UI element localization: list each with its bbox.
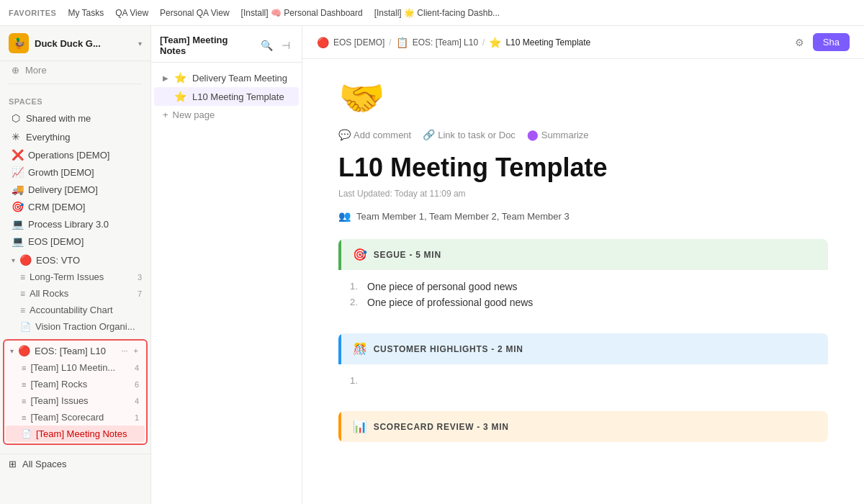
list-icon-t4: ≡ (22, 413, 26, 422)
team-rocks-item[interactable]: ≡ [Team] Rocks 6 (6, 376, 145, 392)
shared-icon: ⬡ (12, 112, 20, 124)
breadcrumb-l10-template: L10 Meeting Template (505, 37, 590, 48)
eos-vto-group: ▾ 🔴 EOS: VTO ··· + ≡ Long-Term Issues 3 … (0, 251, 150, 335)
long-term-issues-badge: 3 (138, 273, 142, 282)
long-term-issues-label: Long-Term Issues (30, 271, 133, 282)
sidebar-item-crm[interactable]: 🎯 CRM [DEMO] (3, 198, 148, 215)
sidebar-item-shared-label: Shared with me (26, 113, 139, 124)
team-l10-meeting-item[interactable]: ≡ [Team] L10 Meetin... 4 (6, 359, 145, 376)
team-scorecard-badge: 1 (135, 413, 139, 422)
add-comment-label: Add comment (354, 130, 411, 140)
fav-personal-qa-view[interactable]: Personal QA View (160, 8, 230, 18)
workspace-name: Duck Duck G... (35, 38, 132, 49)
fav-qa-view[interactable]: QA View (115, 8, 148, 18)
process-library-icon: 💻 (12, 218, 24, 230)
team-more-button[interactable]: ··· (119, 346, 130, 356)
team-issues-label: [Team] Issues (30, 395, 130, 406)
list-icon-t2: ≡ (22, 380, 26, 389)
long-term-issues-item[interactable]: ≡ Long-Term Issues 3 (9, 269, 148, 285)
delivery-team-meeting-label: Delivery Team Meeting (192, 73, 290, 84)
sidebar-item-operations[interactable]: ❌ Operations [DEMO] (3, 146, 148, 163)
breadcrumb-sep-2: / (482, 37, 485, 48)
process-library-label: Process Library 3.0 (28, 219, 142, 230)
team-issues-item[interactable]: ≡ [Team] Issues 4 (6, 392, 145, 409)
main-content: 🔴 EOS [DEMO] / 📋 EOS: [Team] L10 / ⭐ L10… (302, 26, 864, 504)
team-add-button[interactable]: + (132, 346, 140, 356)
team-issues-badge: 4 (135, 397, 139, 405)
sidebar-item-growth[interactable]: 📈 Growth [DEMO] (3, 163, 148, 181)
all-spaces-item[interactable]: ⊞ All Spaces (0, 454, 150, 474)
workspace-emoji: 🦆 (13, 37, 25, 49)
segue-item-2-text: One piece of professional good news (367, 297, 816, 308)
vto-more-button[interactable]: ··· (120, 255, 131, 265)
segue-title: SEGUE - 5 MIN (374, 250, 441, 260)
sidebar-item-process-library[interactable]: 💻 Process Library 3.0 (3, 215, 148, 233)
delivery-label: Delivery [DEMO] (28, 184, 142, 195)
new-page-button[interactable]: + New page (154, 106, 299, 124)
page-emoji: 🤝 (338, 76, 828, 120)
fav-my-tasks[interactable]: My Tasks (68, 8, 104, 18)
vto-children: ≡ Long-Term Issues 3 ≡ All Rocks 7 ≡ Acc… (0, 269, 150, 335)
eos-demo-breadcrumb-icon: 🔴 (317, 37, 329, 48)
all-rocks-item[interactable]: ≡ All Rocks 7 (9, 285, 148, 302)
sidebar: 🦆 Duck Duck G... ▾ ⊕ More Spaces ⬡ Share… (0, 26, 151, 504)
more-icon: ⊕ (12, 65, 19, 76)
eos-team-l10-group: ▾ 🔴 EOS: [Team] L10 ··· + ≡ [Team] L10 M… (3, 339, 148, 445)
segue-item-1-text: One piece of personal good news (367, 281, 816, 292)
vto-add-button[interactable]: + (133, 255, 142, 265)
share-button[interactable]: Sha (813, 33, 850, 51)
list-icon-2: ≡ (20, 289, 25, 299)
scorecard-review-header: 📊 SCORECARD REVIEW - 3 MIN (338, 411, 828, 442)
fav-client-dashboard[interactable]: [Install] 🌟 Client-facing Dashb... (374, 8, 500, 18)
page-members: 👥 Team Member 1, Team Member 2, Team Mem… (338, 210, 828, 222)
members-list: Team Member 1, Team Member 2, Team Membe… (356, 211, 570, 222)
operations-label: Operations [DEMO] (28, 150, 142, 161)
content-header-actions: ⚙ Sha (792, 33, 850, 51)
middle-panel: [Team] Meeting Notes 🔍 ⊣ ▶ ⭐ Delivery Te… (151, 26, 302, 504)
breadcrumb-eos-team-l10[interactable]: EOS: [Team] L10 (413, 37, 478, 48)
delivery-team-meeting-item[interactable]: ▶ ⭐ Delivery Team Meeting (154, 68, 299, 87)
delivery-chevron-icon: ▶ (163, 74, 168, 82)
customer-highlights-header: 🎊 CUSTOMER HIGHLIGHTS - 2 MIN (338, 333, 828, 364)
sidebar-more-item[interactable]: ⊕ More (3, 61, 148, 79)
accountability-chart-item[interactable]: ≡ Accountability Chart (9, 302, 148, 318)
link-task-action[interactable]: 🔗 Link to task or Doc (423, 129, 516, 140)
sidebar-item-shared[interactable]: ⬡ Shared with me (3, 109, 148, 127)
fav-personal-dashboard[interactable]: [Install] 🧠 Personal Dashboard (241, 8, 363, 18)
sidebar-item-delivery[interactable]: 🚚 Delivery [DEMO] (3, 181, 148, 198)
crm-label: CRM [DEMO] (28, 202, 142, 212)
delivery-icon: 🚚 (12, 184, 24, 195)
vision-traction-item[interactable]: 📄 Vision Traction Organi... (9, 318, 148, 335)
team-meeting-notes-label: [Team] Meeting Notes (36, 428, 139, 439)
collapse-button[interactable]: ⊣ (279, 38, 293, 53)
breadcrumb-eos-demo[interactable]: EOS [DEMO] (333, 37, 384, 48)
sidebar-item-everything[interactable]: ✳ Everything (3, 127, 148, 146)
team-meeting-notes-item[interactable]: 📄 [Team] Meeting Notes (6, 426, 145, 442)
l10-meeting-template-item[interactable]: ⭐ L10 Meeting Template (154, 87, 299, 106)
eos-team-breadcrumb-icon: 📋 (396, 37, 408, 48)
settings-icon-button[interactable]: ⚙ (792, 34, 807, 51)
members-icon: 👥 (338, 210, 351, 222)
customer-highlights-emoji: 🎊 (353, 342, 368, 356)
scorecard-emoji: 📊 (353, 420, 368, 433)
workspace-header[interactable]: 🦆 Duck Duck G... ▾ (0, 26, 150, 61)
middle-panel-actions: 🔍 ⊣ (258, 38, 293, 53)
team-scorecard-item[interactable]: ≡ [Team] Scorecard 1 (6, 409, 145, 426)
new-page-plus-icon: + (163, 109, 168, 120)
content-header: 🔴 EOS [DEMO] / 📋 EOS: [Team] L10 / ⭐ L10… (302, 26, 864, 59)
vision-traction-label: Vision Traction Organi... (35, 321, 142, 332)
eos-vto-header[interactable]: ▾ 🔴 EOS: VTO ··· + (3, 251, 148, 269)
favorites-label: FAVORITES (9, 9, 56, 17)
summarize-action[interactable]: ⬤ Summarize (527, 129, 589, 140)
search-button[interactable]: 🔍 (258, 38, 276, 53)
eos-team-l10-header[interactable]: ▾ 🔴 EOS: [Team] L10 ··· + (4, 342, 146, 359)
team-l10-icon: 🔴 (18, 345, 30, 356)
workspace-avatar: 🦆 (9, 33, 29, 53)
more-label: More (25, 65, 47, 76)
all-spaces-label: All Spaces (22, 459, 66, 469)
customer-highlights-section: 🎊 CUSTOMER HIGHLIGHTS - 2 MIN 1. (338, 333, 828, 400)
operations-icon: ❌ (12, 149, 24, 161)
add-comment-action[interactable]: 💬 Add comment (338, 129, 411, 140)
scorecard-review-title: SCORECARD REVIEW - 3 MIN (374, 422, 509, 432)
sidebar-item-eos-demo[interactable]: 💻 EOS [DEMO] (3, 233, 148, 250)
